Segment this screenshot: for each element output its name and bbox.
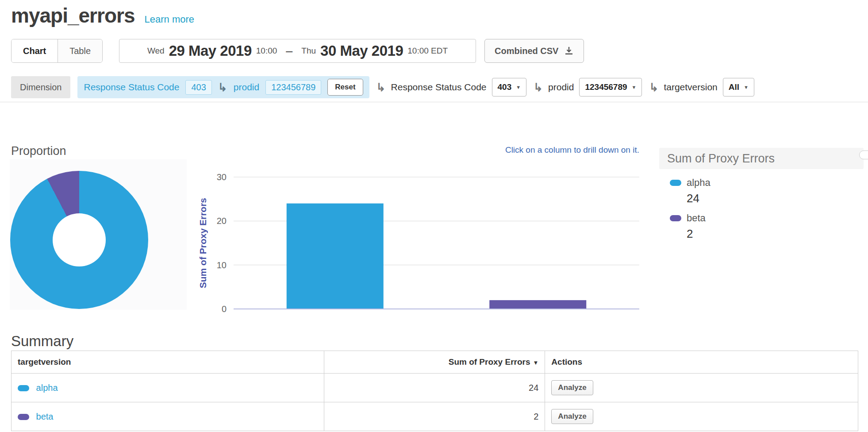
select-value: All xyxy=(729,82,739,92)
sort-desc-icon: ▼ xyxy=(533,359,538,366)
branch-arrow-icon: ↳ xyxy=(534,82,543,93)
breadcrumb-value-chip[interactable]: 403 xyxy=(185,80,211,95)
legend-items: alpha 24 beta 2 xyxy=(659,177,864,241)
header: myapi_errors Learn more xyxy=(11,4,194,27)
chevron-down-icon: ▼ xyxy=(744,85,749,90)
combined-csv-button[interactable]: Combined CSV xyxy=(484,39,584,63)
alpha-swatch xyxy=(670,180,681,186)
analyze-button[interactable]: Analyze xyxy=(551,409,593,424)
filter-breadcrumb: Response Status Code 403 ↳ prodid 123456… xyxy=(77,76,369,98)
row-actions-cell: Analyze xyxy=(545,402,858,431)
chevron-down-icon: ▼ xyxy=(632,85,637,90)
start-time: 10:00 xyxy=(256,46,277,56)
select-value: 403 xyxy=(498,82,512,92)
svg-text:0: 0 xyxy=(222,304,227,314)
branch-arrow-icon: ↳ xyxy=(376,82,386,93)
legend-item: beta xyxy=(670,212,864,224)
breadcrumb-name: prodid xyxy=(234,82,259,93)
legend-item-name: alpha xyxy=(687,177,711,189)
analyze-button[interactable]: Analyze xyxy=(551,380,593,395)
end-time: 10:00 EDT xyxy=(407,46,448,56)
filter-row: Dimension Response Status Code 403 ↳ pro… xyxy=(11,76,754,98)
svg-text:30: 30 xyxy=(217,172,227,182)
end-date: 30 May 2019 xyxy=(320,42,403,59)
branch-arrow-icon: ↳ xyxy=(218,82,227,93)
row-value-cell: 24 xyxy=(324,374,545,402)
beta-swatch xyxy=(18,414,29,420)
svg-text:10: 10 xyxy=(217,260,227,270)
dimension-label: Dimension xyxy=(11,76,70,98)
svg-text:20: 20 xyxy=(217,216,227,226)
drilldown-name: targetversion xyxy=(664,82,717,93)
start-date: 29 May 2019 xyxy=(169,42,252,59)
date-separator: – xyxy=(286,44,292,58)
reset-button[interactable]: Reset xyxy=(327,79,363,96)
status-code-select[interactable]: 403 ▼ xyxy=(492,78,527,96)
csv-button-label: Combined CSV xyxy=(495,46,558,56)
row-link-alpha[interactable]: alpha xyxy=(36,383,58,393)
row-value-cell: 2 xyxy=(324,402,545,431)
date-range-picker[interactable]: Wed 29 May 2019 10:00 – Thu 30 May 2019 … xyxy=(119,39,476,63)
chevron-down-icon: ▼ xyxy=(516,85,521,90)
column-header-targetversion: targetversion xyxy=(12,351,324,374)
column-header-actions: Actions xyxy=(545,351,858,374)
table-row: beta 2 Analyze xyxy=(12,402,858,431)
bar-chart-svg[interactable]: 0102030 xyxy=(195,172,641,318)
prodid-select[interactable]: 123456789 ▼ xyxy=(579,78,642,96)
view-toggle: Chart Table xyxy=(11,39,103,63)
drilldown-targetversion: ↳ targetversion All ▼ xyxy=(649,78,754,96)
drilldown-response-status-code: ↳ Response Status Code 403 ▼ xyxy=(376,78,527,96)
branch-arrow-icon: ↳ xyxy=(649,82,658,93)
alpha-swatch xyxy=(18,385,29,391)
proportion-label: Proportion xyxy=(11,144,66,158)
row-name-cell: alpha xyxy=(12,374,324,402)
download-icon xyxy=(564,46,574,56)
chart-view-button[interactable]: Chart xyxy=(12,39,58,62)
select-value: 123456789 xyxy=(585,82,627,92)
page-title: myapi_errors xyxy=(11,4,135,27)
targetversion-select[interactable]: All ▼ xyxy=(723,78,754,96)
drilldown-name: prodid xyxy=(548,82,574,93)
learn-more-link[interactable]: Learn more xyxy=(145,14,195,25)
table-view-button[interactable]: Table xyxy=(58,39,102,62)
legend-title: Sum of Proxy Errors xyxy=(659,148,864,169)
start-day: Wed xyxy=(147,46,165,56)
summary-title: Summary xyxy=(11,333,73,350)
table-row: alpha 24 Analyze xyxy=(12,374,858,402)
breadcrumb-name: Response Status Code xyxy=(84,82,179,93)
drilldown-prodid: ↳ prodid 123456789 ▼ xyxy=(534,78,642,96)
legend-item: alpha xyxy=(670,177,864,189)
panel-scroll-pill[interactable] xyxy=(859,150,868,159)
legend-panel: Sum of Proxy Errors alpha 24 beta 2 xyxy=(659,148,864,248)
legend-item-value: 24 xyxy=(687,192,864,205)
row-name-cell: beta xyxy=(12,402,324,431)
breadcrumb-value-chip[interactable]: 123456789 xyxy=(265,80,321,95)
drilldown-hint: Click on a column to drill down on it. xyxy=(418,145,639,155)
end-day: Thu xyxy=(301,46,316,56)
row-link-beta[interactable]: beta xyxy=(36,412,54,421)
summary-header-row: targetversion Sum of Proxy Errors▼ Actio… xyxy=(12,351,858,374)
legend-item-name: beta xyxy=(687,212,706,224)
column-header-sum-of-proxy-errors[interactable]: Sum of Proxy Errors▼ xyxy=(324,351,545,374)
summary-table: targetversion Sum of Proxy Errors▼ Actio… xyxy=(11,351,858,431)
page: myapi_errors Learn more Chart Table Wed … xyxy=(0,0,868,432)
divider xyxy=(0,102,868,102)
drilldown-name: Response Status Code xyxy=(391,82,487,93)
row-actions-cell: Analyze xyxy=(545,374,858,402)
beta-swatch xyxy=(670,215,681,221)
legend-item-value: 2 xyxy=(687,227,864,241)
donut-hole xyxy=(53,213,106,266)
